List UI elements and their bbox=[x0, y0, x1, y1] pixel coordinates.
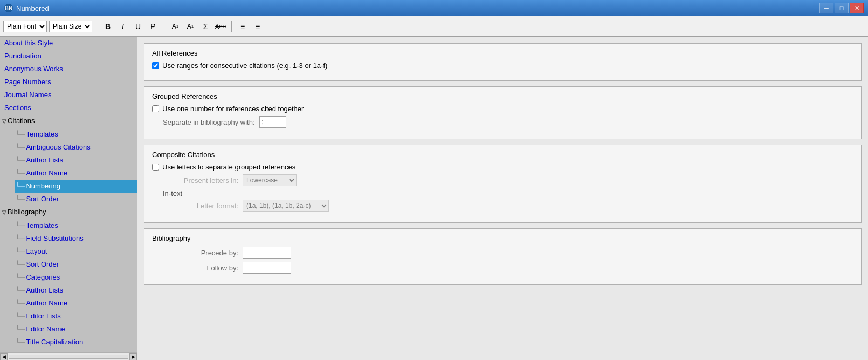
tree-connector10: └─ bbox=[15, 260, 25, 268]
minimize-button[interactable]: ─ bbox=[819, 3, 833, 13]
composite-label[interactable]: Use letters to separate grouped referenc… bbox=[162, 163, 295, 171]
sidebar-item-anonymous[interactable]: Anonymous Works bbox=[0, 63, 137, 76]
sidebar-item-sortorder[interactable]: └─Sort Order bbox=[15, 193, 137, 206]
subscript-button[interactable]: A1 bbox=[184, 20, 197, 33]
expand-icon-citations: ▽ bbox=[2, 118, 6, 124]
composite-checkbox-row: Use letters to separate grouped referenc… bbox=[152, 163, 853, 171]
bold-button[interactable]: B bbox=[101, 20, 114, 33]
toolbar-separator2 bbox=[164, 21, 164, 32]
sidebar-item-citations[interactable]: ▽Citations bbox=[0, 114, 137, 128]
close-button[interactable]: ✕ bbox=[850, 3, 864, 13]
sidebar-child-templates: └─Templates bbox=[0, 128, 137, 141]
sidebar-item-ambiguous[interactable]: └─Ambiguous Citations bbox=[15, 141, 137, 154]
composite-citations-panel: Composite Citations Use letters to separ… bbox=[144, 145, 862, 223]
sidebar-item-layout[interactable]: └─Layout bbox=[15, 245, 137, 258]
precede-by-input[interactable] bbox=[243, 247, 291, 259]
sidebar-item-footnotes[interactable]: ▷Footnotes bbox=[0, 349, 137, 352]
content-area: All References Use ranges for consecutiv… bbox=[137, 37, 868, 360]
grouped-refs-checkbox[interactable] bbox=[152, 105, 159, 112]
sidebar-item-editorname[interactable]: └─Editor Name bbox=[15, 323, 137, 336]
separate-bib-row: Separate in bibliography with: bbox=[152, 116, 853, 128]
maximize-button[interactable]: □ bbox=[835, 3, 849, 13]
sidebar-item-templates[interactable]: └─Templates bbox=[15, 128, 137, 141]
plain-button[interactable]: P bbox=[147, 20, 160, 33]
toolbar-separator bbox=[97, 21, 97, 32]
title-bar: BN Numbered ─ □ ✕ bbox=[0, 0, 868, 16]
tree-connector3: └─ bbox=[15, 156, 25, 164]
precede-by-label: Precede by: bbox=[163, 249, 238, 257]
app-icon: BN bbox=[4, 4, 13, 12]
font-select[interactable]: Plain Font bbox=[3, 21, 47, 32]
tree-connector6: └─ bbox=[15, 195, 25, 203]
hbar-left-button[interactable]: ◀ bbox=[0, 353, 8, 361]
sidebar-item-punctuation[interactable]: Punctuation bbox=[0, 50, 137, 63]
follow-by-input[interactable] bbox=[243, 262, 291, 274]
tree-connector5: └─ bbox=[15, 182, 25, 190]
sidebar-horizontal-scrollbar: ◀ ▶ bbox=[0, 352, 137, 360]
separate-bib-input[interactable] bbox=[259, 116, 286, 128]
hbar-right-button[interactable]: ▶ bbox=[129, 353, 137, 361]
tree-connector13: └─ bbox=[15, 299, 25, 307]
sidebar-item-titlecap[interactable]: └─Title Capitalization bbox=[15, 336, 137, 349]
title-bar-left: BN Numbered bbox=[4, 4, 49, 12]
tree-connector9: └─ bbox=[15, 247, 25, 255]
composite-checkbox[interactable] bbox=[152, 164, 159, 171]
tree-connector14: └─ bbox=[15, 312, 25, 320]
underline-button[interactable]: U bbox=[132, 20, 144, 33]
tree-connector11: └─ bbox=[15, 273, 25, 281]
sidebar-item-categories[interactable]: └─Categories bbox=[15, 271, 137, 284]
sidebar-item-editorlists[interactable]: └─Editor Lists bbox=[15, 310, 137, 323]
present-letters-row: Present letters in: Lowercase Uppercase bbox=[152, 174, 853, 186]
precede-by-row: Precede by: bbox=[152, 247, 853, 259]
all-refs-checkbox[interactable] bbox=[152, 62, 159, 69]
sidebar-item-about[interactable]: About this Style bbox=[0, 37, 137, 50]
grouped-refs-label[interactable]: Use one number for references cited toge… bbox=[162, 105, 304, 113]
align-right-button[interactable]: ≡ bbox=[251, 20, 264, 33]
tree-connector7: └─ bbox=[15, 221, 25, 229]
sidebar-item-field-sub[interactable]: └─Field Substitutions bbox=[15, 232, 137, 245]
tree-connector8: └─ bbox=[15, 234, 25, 242]
grouped-refs-panel: Grouped References Use one number for re… bbox=[144, 86, 862, 139]
tree-connector4: └─ bbox=[15, 169, 25, 177]
sidebar-item-authorname2[interactable]: └─Author Name bbox=[15, 297, 137, 310]
sidebar-tree: About this Style Punctuation Anonymous W… bbox=[0, 37, 137, 352]
sidebar-item-bib-templates[interactable]: └─Templates bbox=[15, 219, 137, 232]
window-controls: ─ □ ✕ bbox=[819, 3, 864, 13]
sidebar-item-journal[interactable]: Journal Names bbox=[0, 89, 137, 101]
sidebar-item-numbering[interactable]: └─Numbering bbox=[15, 180, 137, 193]
sidebar-item-authorname[interactable]: └─Author Name bbox=[15, 167, 137, 180]
sigma-button[interactable]: Σ bbox=[199, 20, 212, 33]
sidebar-item-sections[interactable]: Sections bbox=[0, 101, 137, 114]
bibliography-title: Bibliography bbox=[152, 234, 853, 242]
follow-by-label: Follow by: bbox=[163, 264, 238, 272]
separate-bib-label: Separate in bibliography with: bbox=[163, 118, 255, 126]
hbar-track[interactable] bbox=[9, 355, 128, 359]
superscript-button[interactable]: A1 bbox=[169, 20, 182, 33]
size-select[interactable]: Plain Size bbox=[49, 21, 92, 32]
present-letters-label: Present letters in: bbox=[163, 176, 238, 185]
grouped-refs-checkbox-row: Use one number for references cited toge… bbox=[152, 105, 853, 113]
sidebar-item-authorlists[interactable]: └─Author Lists bbox=[15, 154, 137, 167]
tree-connector2: └─ bbox=[15, 143, 25, 151]
bibliography-panel: Bibliography Precede by: Follow by: bbox=[144, 228, 862, 285]
all-references-panel: All References Use ranges for consecutiv… bbox=[144, 43, 862, 81]
window-title: Numbered bbox=[16, 4, 49, 12]
italic-button[interactable]: I bbox=[116, 20, 129, 33]
all-refs-label[interactable]: Use ranges for consecutive citations (e.… bbox=[162, 62, 327, 70]
sidebar-item-pagenumbers[interactable]: Page Numbers bbox=[0, 76, 137, 89]
sidebar: About this Style Punctuation Anonymous W… bbox=[0, 37, 137, 360]
abc-button[interactable]: ABC bbox=[214, 20, 227, 33]
letter-format-label: Letter format: bbox=[163, 202, 238, 210]
align-left-button[interactable]: ≡ bbox=[236, 20, 249, 33]
toolbar-separator3 bbox=[231, 21, 232, 32]
letter-format-select[interactable]: (1a, 1b), (1a, 1b, 2a-c) bbox=[243, 200, 329, 212]
composite-citations-title: Composite Citations bbox=[152, 151, 853, 159]
present-letters-select[interactable]: Lowercase Uppercase bbox=[243, 174, 297, 186]
expand-icon-bibliography: ▽ bbox=[2, 209, 6, 215]
tree-connector: └─ bbox=[15, 130, 25, 138]
all-refs-checkbox-row: Use ranges for consecutive citations (e.… bbox=[152, 62, 853, 70]
sidebar-item-sortorder2[interactable]: └─Sort Order bbox=[15, 258, 137, 271]
tree-connector15: └─ bbox=[15, 325, 25, 333]
sidebar-item-authorlists2[interactable]: └─Author Lists bbox=[15, 284, 137, 297]
sidebar-item-bibliography[interactable]: ▽Bibliography bbox=[0, 206, 137, 219]
